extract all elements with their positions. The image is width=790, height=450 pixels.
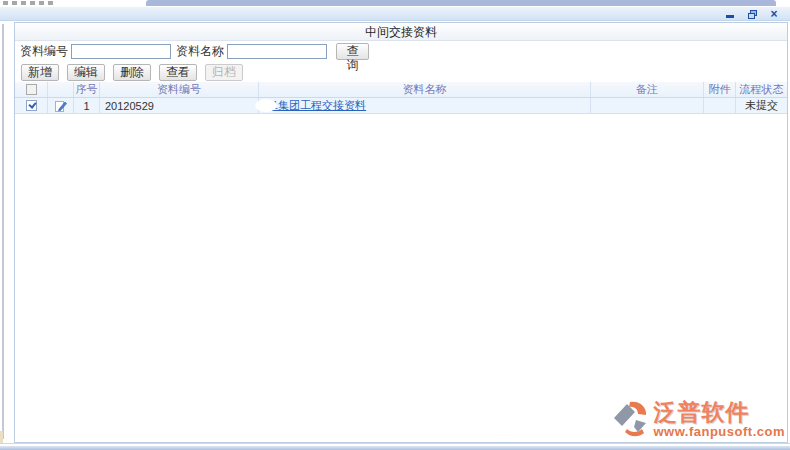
close-icon[interactable]: ×	[768, 9, 780, 20]
header-remark: 备注	[591, 82, 704, 97]
row-remark	[591, 98, 704, 113]
row-edit-cell	[48, 98, 74, 113]
edit-button[interactable]: 编辑	[67, 64, 105, 81]
header-code: 资料编号	[100, 82, 259, 97]
row-name-cell: 1集团工程交接资料	[259, 98, 591, 113]
view-button[interactable]: 查看	[159, 64, 197, 81]
watermark-brand: 泛普软件	[653, 399, 785, 425]
restore-icon[interactable]	[746, 9, 758, 20]
table-row: 1 20120529 1集团工程交接资料 未提交	[15, 98, 787, 114]
archive-button: 归档	[205, 64, 243, 81]
browser-tab-fragment	[3, 1, 55, 5]
edit-pencil-icon[interactable]	[55, 100, 67, 112]
restore-glyph	[748, 10, 757, 19]
watermark-text: 泛普软件 www.fanpusoft.com	[653, 399, 785, 439]
row-code: 20120529	[100, 98, 259, 113]
delete-button[interactable]: 删除	[113, 64, 151, 81]
header-edit-cell	[48, 82, 74, 97]
header-seq: 序号	[74, 82, 100, 97]
query-button[interactable]: 查询	[336, 43, 369, 60]
window-titlebar: ×	[0, 7, 790, 21]
table-header: 序号 资料编号 资料名称 备注 附件 流程状态	[15, 82, 787, 98]
redaction-oval	[255, 99, 277, 112]
dialog-window: × 中间交接资料 资料编号 资料名称 查询 新增 编辑 删除 查看 归档 序号 …	[0, 0, 790, 450]
splitter-accent	[0, 431, 3, 443]
toolbar: 新增 编辑 删除 查看 归档	[15, 62, 787, 82]
fanpu-logo-icon	[613, 399, 651, 439]
vendor-watermark: 泛普软件 www.fanpusoft.com	[613, 399, 785, 439]
search-bar: 资料编号 资料名称 查询	[15, 41, 787, 62]
watermark-url: www.fanpusoft.com	[653, 425, 785, 439]
row-checkbox-cell	[15, 98, 48, 113]
material-name-label: 资料名称	[176, 43, 224, 60]
minimize-glyph	[726, 15, 734, 18]
add-button[interactable]: 新增	[21, 64, 59, 81]
page-title: 中间交接资料	[15, 23, 787, 41]
material-name-input[interactable]	[227, 44, 327, 59]
row-checkbox[interactable]	[26, 100, 37, 111]
bottom-divider	[0, 443, 790, 444]
header-checkbox-cell	[15, 82, 48, 97]
bottom-frame-strip	[0, 445, 790, 450]
material-name-link[interactable]: 1集团工程交接资料	[272, 98, 366, 113]
window-controls: ×	[724, 8, 780, 20]
select-all-checkbox[interactable]	[26, 84, 37, 95]
handover-materials-panel: 中间交接资料 资料编号 资料名称 查询 新增 编辑 删除 查看 归档 序号 资料…	[14, 22, 788, 443]
header-status: 流程状态	[736, 82, 787, 97]
header-name: 资料名称	[259, 82, 591, 97]
top-frame-bar	[146, 0, 776, 6]
material-code-input[interactable]	[71, 44, 171, 59]
collapsed-splitter[interactable]	[2, 24, 4, 439]
row-status: 未提交	[736, 98, 787, 113]
material-code-label: 资料编号	[20, 43, 68, 60]
row-seq: 1	[74, 98, 100, 113]
minimize-icon[interactable]	[724, 9, 736, 20]
header-attachment: 附件	[704, 82, 736, 97]
row-attachment	[704, 98, 736, 113]
